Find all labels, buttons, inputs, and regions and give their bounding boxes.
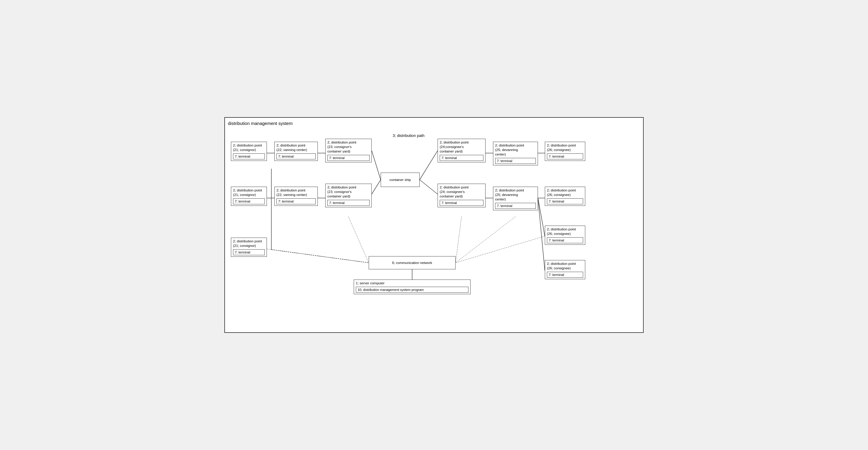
dp26-3-node: 2; distribution point(26; consignee) 7: …	[545, 226, 585, 245]
dp21-2-terminal: 7: terminal	[233, 198, 265, 204]
svg-line-2	[372, 151, 381, 180]
dp23-2-terminal: 7: terminal	[328, 200, 370, 206]
dp21-3-terminal: 7: terminal	[233, 249, 265, 255]
dp26-4-node: 2; distribution point(26; consignee) 7: …	[545, 260, 585, 279]
dp26-2-node: 2; distribution point(26; consignee) 7: …	[545, 187, 585, 206]
dp26-4-terminal: 7: terminal	[547, 272, 583, 278]
dp24-1-node: 2; distribution point(24;consignee'scont…	[438, 139, 486, 162]
dp21-3-node: 2; distribution point(21; consignor) 7: …	[231, 238, 267, 257]
svg-line-5	[372, 180, 381, 194]
diagram-container: distribution management system 3; distri…	[224, 117, 644, 333]
comm-network-label: 6; communication network	[392, 261, 432, 265]
svg-line-18	[456, 217, 462, 263]
dp26-2-terminal: 7: terminal	[547, 198, 583, 204]
dp22-1-terminal: 7: terminal	[276, 153, 316, 159]
svg-line-12	[538, 198, 545, 236]
comm-network-node: 6; communication network	[369, 256, 456, 269]
dp22-1-node: 2; distribution point(22; vanning center…	[274, 142, 318, 161]
dp24-2-terminal: 7: terminal	[440, 200, 484, 206]
container-ship-node: container ship	[381, 173, 420, 187]
dp22-2-terminal: 7: terminal	[276, 198, 316, 204]
dp25-2-node: 2; distribution point(25; devanningcente…	[493, 187, 538, 210]
dp26-3-terminal: 7: terminal	[547, 237, 583, 243]
dp26-1-terminal: 7: terminal	[547, 153, 583, 159]
svg-line-7	[420, 180, 438, 194]
dp23-1-node: 2; distribution point(23; consignor'scon…	[325, 139, 372, 162]
dp25-2-terminal: 7: terminal	[495, 203, 536, 209]
svg-line-19	[456, 217, 516, 263]
dp21-1-terminal: 7: terminal	[233, 153, 265, 159]
svg-line-20	[456, 236, 545, 263]
server-program: 10; distribution management system progr…	[356, 287, 468, 293]
diagram-title: distribution management system	[228, 121, 640, 126]
dp21-1-node: 2; distribution point(21; consignor) 7: …	[231, 142, 267, 161]
dp22-2-node: 2; distribution point(22; vanning center…	[274, 187, 318, 206]
svg-line-13	[538, 198, 545, 271]
dp24-2-node: 2; distribution point(24; consignee'scon…	[438, 184, 486, 207]
dp23-1-terminal: 7: terminal	[328, 155, 370, 161]
dp25-1-node: 2; distribution point(25; devanningcente…	[493, 142, 538, 166]
dp21-2-node: 2; distribution point(21; consignor) 7: …	[231, 187, 267, 206]
dp23-2-node: 2; distribution point(23; consignor'scon…	[325, 184, 372, 207]
svg-line-6	[420, 151, 438, 180]
server-node: 1; server computer 10; distribution mana…	[354, 279, 470, 294]
dp25-1-terminal: 7: terminal	[495, 158, 536, 164]
svg-line-17	[348, 217, 369, 263]
svg-line-16	[267, 249, 369, 263]
dp26-1-node: 2; distribution point(26; consignee) 7: …	[545, 142, 585, 161]
svg-line-15	[271, 249, 369, 263]
dp24-1-terminal: 7: terminal	[440, 155, 484, 161]
path-label: 3; distribution path	[393, 133, 425, 138]
